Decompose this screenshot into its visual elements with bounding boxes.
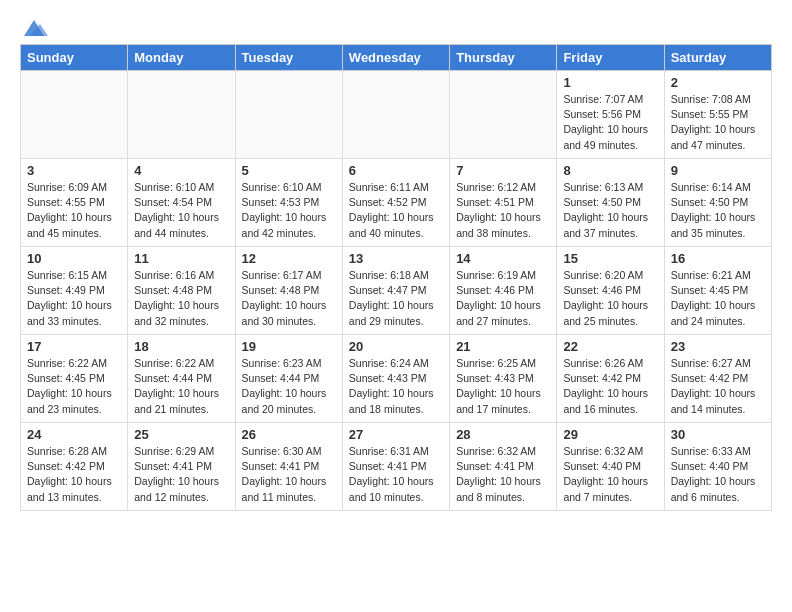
calendar-cell: 3Sunrise: 6:09 AMSunset: 4:55 PMDaylight…: [21, 159, 128, 247]
day-number: 15: [563, 251, 657, 266]
calendar-cell: 23Sunrise: 6:27 AMSunset: 4:42 PMDayligh…: [664, 335, 771, 423]
calendar-cell: [450, 71, 557, 159]
day-number: 5: [242, 163, 336, 178]
weekday-header-friday: Friday: [557, 45, 664, 71]
day-number: 6: [349, 163, 443, 178]
calendar-cell: 2Sunrise: 7:08 AMSunset: 5:55 PMDaylight…: [664, 71, 771, 159]
day-info: Sunrise: 6:33 AMSunset: 4:40 PMDaylight:…: [671, 444, 765, 505]
day-info: Sunrise: 6:30 AMSunset: 4:41 PMDaylight:…: [242, 444, 336, 505]
day-info: Sunrise: 7:07 AMSunset: 5:56 PMDaylight:…: [563, 92, 657, 153]
day-number: 24: [27, 427, 121, 442]
day-number: 12: [242, 251, 336, 266]
logo: [20, 16, 48, 36]
day-number: 10: [27, 251, 121, 266]
logo-icon: [20, 16, 44, 36]
weekday-header-tuesday: Tuesday: [235, 45, 342, 71]
calendar-cell: 13Sunrise: 6:18 AMSunset: 4:47 PMDayligh…: [342, 247, 449, 335]
day-info: Sunrise: 6:23 AMSunset: 4:44 PMDaylight:…: [242, 356, 336, 417]
day-info: Sunrise: 6:09 AMSunset: 4:55 PMDaylight:…: [27, 180, 121, 241]
weekday-header-monday: Monday: [128, 45, 235, 71]
day-number: 27: [349, 427, 443, 442]
calendar-cell: 8Sunrise: 6:13 AMSunset: 4:50 PMDaylight…: [557, 159, 664, 247]
day-number: 8: [563, 163, 657, 178]
day-info: Sunrise: 6:18 AMSunset: 4:47 PMDaylight:…: [349, 268, 443, 329]
day-info: Sunrise: 6:26 AMSunset: 4:42 PMDaylight:…: [563, 356, 657, 417]
weekday-header-wednesday: Wednesday: [342, 45, 449, 71]
day-number: 11: [134, 251, 228, 266]
day-info: Sunrise: 6:25 AMSunset: 4:43 PMDaylight:…: [456, 356, 550, 417]
day-info: Sunrise: 6:19 AMSunset: 4:46 PMDaylight:…: [456, 268, 550, 329]
day-info: Sunrise: 6:15 AMSunset: 4:49 PMDaylight:…: [27, 268, 121, 329]
calendar-cell: 19Sunrise: 6:23 AMSunset: 4:44 PMDayligh…: [235, 335, 342, 423]
calendar-cell: 30Sunrise: 6:33 AMSunset: 4:40 PMDayligh…: [664, 423, 771, 511]
day-info: Sunrise: 6:14 AMSunset: 4:50 PMDaylight:…: [671, 180, 765, 241]
calendar-cell: 11Sunrise: 6:16 AMSunset: 4:48 PMDayligh…: [128, 247, 235, 335]
day-info: Sunrise: 7:08 AMSunset: 5:55 PMDaylight:…: [671, 92, 765, 153]
day-info: Sunrise: 6:10 AMSunset: 4:53 PMDaylight:…: [242, 180, 336, 241]
day-number: 14: [456, 251, 550, 266]
day-info: Sunrise: 6:16 AMSunset: 4:48 PMDaylight:…: [134, 268, 228, 329]
weekday-header-sunday: Sunday: [21, 45, 128, 71]
day-number: 28: [456, 427, 550, 442]
day-number: 2: [671, 75, 765, 90]
day-number: 21: [456, 339, 550, 354]
calendar-cell: 16Sunrise: 6:21 AMSunset: 4:45 PMDayligh…: [664, 247, 771, 335]
day-info: Sunrise: 6:10 AMSunset: 4:54 PMDaylight:…: [134, 180, 228, 241]
day-number: 3: [27, 163, 121, 178]
calendar-cell: 28Sunrise: 6:32 AMSunset: 4:41 PMDayligh…: [450, 423, 557, 511]
day-number: 9: [671, 163, 765, 178]
day-info: Sunrise: 6:27 AMSunset: 4:42 PMDaylight:…: [671, 356, 765, 417]
day-number: 16: [671, 251, 765, 266]
day-number: 17: [27, 339, 121, 354]
calendar-cell: 7Sunrise: 6:12 AMSunset: 4:51 PMDaylight…: [450, 159, 557, 247]
calendar-cell: 17Sunrise: 6:22 AMSunset: 4:45 PMDayligh…: [21, 335, 128, 423]
day-number: 26: [242, 427, 336, 442]
day-number: 1: [563, 75, 657, 90]
day-number: 25: [134, 427, 228, 442]
day-info: Sunrise: 6:11 AMSunset: 4:52 PMDaylight:…: [349, 180, 443, 241]
day-number: 22: [563, 339, 657, 354]
day-number: 19: [242, 339, 336, 354]
calendar-cell: 9Sunrise: 6:14 AMSunset: 4:50 PMDaylight…: [664, 159, 771, 247]
calendar-cell: 12Sunrise: 6:17 AMSunset: 4:48 PMDayligh…: [235, 247, 342, 335]
calendar-table: SundayMondayTuesdayWednesdayThursdayFrid…: [20, 44, 772, 511]
calendar-cell: 26Sunrise: 6:30 AMSunset: 4:41 PMDayligh…: [235, 423, 342, 511]
calendar-cell: 6Sunrise: 6:11 AMSunset: 4:52 PMDaylight…: [342, 159, 449, 247]
calendar-cell: 27Sunrise: 6:31 AMSunset: 4:41 PMDayligh…: [342, 423, 449, 511]
calendar-cell: [21, 71, 128, 159]
day-info: Sunrise: 6:20 AMSunset: 4:46 PMDaylight:…: [563, 268, 657, 329]
calendar-cell: 20Sunrise: 6:24 AMSunset: 4:43 PMDayligh…: [342, 335, 449, 423]
calendar-cell: 21Sunrise: 6:25 AMSunset: 4:43 PMDayligh…: [450, 335, 557, 423]
day-number: 4: [134, 163, 228, 178]
day-number: 7: [456, 163, 550, 178]
day-info: Sunrise: 6:13 AMSunset: 4:50 PMDaylight:…: [563, 180, 657, 241]
day-number: 13: [349, 251, 443, 266]
calendar-cell: 25Sunrise: 6:29 AMSunset: 4:41 PMDayligh…: [128, 423, 235, 511]
day-info: Sunrise: 6:32 AMSunset: 4:41 PMDaylight:…: [456, 444, 550, 505]
calendar-cell: 22Sunrise: 6:26 AMSunset: 4:42 PMDayligh…: [557, 335, 664, 423]
weekday-header-thursday: Thursday: [450, 45, 557, 71]
day-info: Sunrise: 6:12 AMSunset: 4:51 PMDaylight:…: [456, 180, 550, 241]
day-number: 23: [671, 339, 765, 354]
calendar-cell: 18Sunrise: 6:22 AMSunset: 4:44 PMDayligh…: [128, 335, 235, 423]
day-info: Sunrise: 6:32 AMSunset: 4:40 PMDaylight:…: [563, 444, 657, 505]
calendar-cell: 10Sunrise: 6:15 AMSunset: 4:49 PMDayligh…: [21, 247, 128, 335]
day-info: Sunrise: 6:28 AMSunset: 4:42 PMDaylight:…: [27, 444, 121, 505]
calendar-cell: 5Sunrise: 6:10 AMSunset: 4:53 PMDaylight…: [235, 159, 342, 247]
day-info: Sunrise: 6:29 AMSunset: 4:41 PMDaylight:…: [134, 444, 228, 505]
day-info: Sunrise: 6:17 AMSunset: 4:48 PMDaylight:…: [242, 268, 336, 329]
calendar-cell: [342, 71, 449, 159]
weekday-header-saturday: Saturday: [664, 45, 771, 71]
calendar-cell: 29Sunrise: 6:32 AMSunset: 4:40 PMDayligh…: [557, 423, 664, 511]
calendar-cell: 15Sunrise: 6:20 AMSunset: 4:46 PMDayligh…: [557, 247, 664, 335]
day-info: Sunrise: 6:24 AMSunset: 4:43 PMDaylight:…: [349, 356, 443, 417]
calendar-cell: [128, 71, 235, 159]
day-number: 30: [671, 427, 765, 442]
day-info: Sunrise: 6:22 AMSunset: 4:44 PMDaylight:…: [134, 356, 228, 417]
calendar-cell: 24Sunrise: 6:28 AMSunset: 4:42 PMDayligh…: [21, 423, 128, 511]
day-info: Sunrise: 6:31 AMSunset: 4:41 PMDaylight:…: [349, 444, 443, 505]
day-number: 20: [349, 339, 443, 354]
day-info: Sunrise: 6:22 AMSunset: 4:45 PMDaylight:…: [27, 356, 121, 417]
calendar-cell: [235, 71, 342, 159]
header-area: [20, 16, 772, 36]
